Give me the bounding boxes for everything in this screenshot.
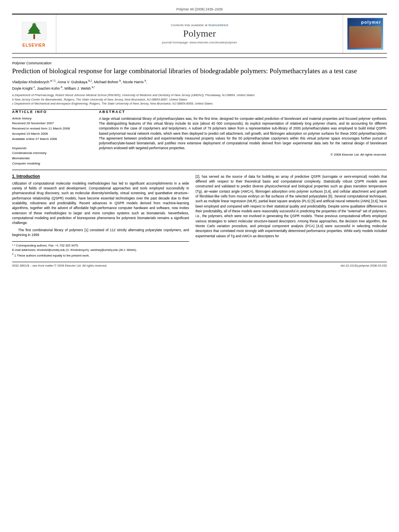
body-col-left: 1. Introduction Utilization of computati… bbox=[12, 174, 189, 258]
journal-header-center: Contents lists available at ScienceDirec… bbox=[56, 14, 343, 53]
elsevier-logo-area: ELSEVIER bbox=[12, 14, 56, 53]
polymer-cover-image bbox=[349, 26, 381, 48]
bottom-bar: 0032-3861/$ – see front matter © 2008 El… bbox=[12, 262, 387, 267]
polymer-cover-title: polymer bbox=[361, 20, 381, 25]
intro-para-1: Utilization of computational molecular m… bbox=[12, 181, 189, 226]
article-info-header: ARTICLE INFO bbox=[12, 110, 93, 114]
article-meta: Polymer Communication Prediction of biol… bbox=[12, 58, 387, 106]
right-col-text: [2], has served as the source of data fo… bbox=[195, 174, 387, 238]
abstract-text: A large virtual combinatorial library of… bbox=[99, 116, 387, 151]
abstract-col: ABSTRACT A large virtual combinatorial l… bbox=[99, 110, 387, 166]
intro-text: Utilization of computational molecular m… bbox=[12, 181, 189, 237]
journal-ref: Polymer 49 (2008) 2435–2439 bbox=[0, 7, 399, 11]
svg-point-4 bbox=[32, 23, 36, 27]
article-history: Article history: Received 29 November 20… bbox=[12, 116, 93, 142]
elsevier-logo: ELSEVIER bbox=[20, 20, 48, 47]
available-date: Available online 27 March 2008 bbox=[12, 137, 93, 142]
revised-date: Received in revised form 11 March 2008 bbox=[12, 126, 93, 131]
intro-para-2: The first combinatorial library of polym… bbox=[12, 228, 189, 238]
article-title: Prediction of biological response for la… bbox=[12, 67, 387, 76]
bottom-left-text: 0032-3861/$ – see front matter © 2008 El… bbox=[12, 264, 107, 267]
affiliation-b: b New Jersey Center for Biomaterials, Ru… bbox=[12, 98, 387, 102]
affiliation-c: c Department of Mechanical and Aerospace… bbox=[12, 102, 387, 106]
article-info-abstract: ARTICLE INFO Article history: Received 2… bbox=[12, 110, 387, 166]
bottom-right-text: doi:10.1016/j.polymer.2008.03.032 bbox=[341, 264, 387, 267]
affiliation-a: a Department of Pharmacology, Robert Woo… bbox=[12, 93, 387, 98]
page: Polymer 49 (2008) 2435–2439 ELSEVIER bbox=[0, 0, 399, 532]
abstract-header: ABSTRACT bbox=[99, 110, 387, 114]
main-body: 1. Introduction Utilization of computati… bbox=[12, 174, 387, 258]
polymer-cover: polymer bbox=[347, 18, 383, 50]
divider-body bbox=[12, 170, 387, 170]
header-box: ELSEVIER Contents lists available at Sci… bbox=[12, 14, 387, 53]
keyword-2: Biomaterials bbox=[12, 156, 93, 161]
polymer-cover-area: polymer bbox=[343, 14, 387, 53]
accepted-date: Accepted 19 March 2008 bbox=[12, 131, 93, 137]
authors: Vladyslav Kholodovych a,*,1, Anna V. Gub… bbox=[12, 79, 387, 91]
footnote-equal: 1 1 These authors contributed equally to… bbox=[12, 252, 189, 258]
sciencedirect-link[interactable]: ScienceDirect bbox=[208, 23, 228, 27]
svg-rect-1 bbox=[33, 34, 35, 39]
journal-title: Polymer bbox=[183, 28, 216, 39]
intro-heading: 1. Introduction bbox=[12, 174, 189, 179]
footnote-corresponding: * * Corresponding authors. Fax: +1 732 3… bbox=[12, 244, 189, 248]
journal-homepage: journal homepage: www.elsevier.com/locat… bbox=[162, 41, 237, 44]
right-col-para-1: [2], has served as the source of data fo… bbox=[195, 174, 387, 238]
keyword-3: Computer modeling bbox=[12, 161, 93, 166]
elsevier-label: ELSEVIER bbox=[23, 43, 45, 47]
article-info-col: ARTICLE INFO Article history: Received 2… bbox=[12, 110, 93, 166]
history-label: Article history: bbox=[12, 116, 93, 121]
keywords-block: Keywords: Combinatorial chemistry Biomat… bbox=[12, 146, 93, 166]
keywords-list: Combinatorial chemistry Biomaterials Com… bbox=[12, 151, 93, 166]
affiliations: a Department of Pharmacology, Robert Woo… bbox=[12, 93, 387, 106]
body-col-right: [2], has served as the source of data fo… bbox=[195, 174, 387, 258]
keyword-1: Combinatorial chemistry bbox=[12, 151, 93, 156]
footnote-section: * * Corresponding authors. Fax: +1 732 3… bbox=[12, 241, 189, 258]
contents-line: Contents lists available at ScienceDirec… bbox=[171, 23, 228, 27]
section-label: Polymer Communication bbox=[12, 61, 387, 65]
footnote-email: E-mail addresses: kholodvl@umdnj.edu (V.… bbox=[12, 248, 189, 253]
elsevier-tree-icon bbox=[20, 20, 48, 42]
received-date: Received 29 November 2007 bbox=[12, 121, 93, 126]
copyright-line: © 2008 Elsevier Ltd. All rights reserved… bbox=[99, 153, 387, 156]
keywords-label: Keywords: bbox=[12, 146, 93, 151]
divider-top bbox=[12, 58, 387, 58]
